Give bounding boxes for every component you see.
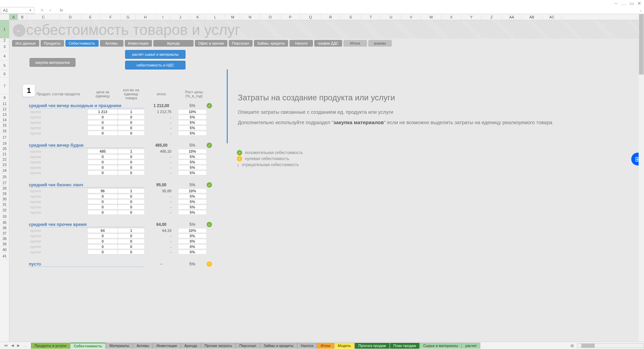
col-header-W[interactable]: W [421,14,441,20]
row-header-16[interactable]: 16 [0,128,9,134]
row-header-25[interactable]: 25 [0,173,9,180]
sheet-tab-Модель[interactable]: Модель [334,343,355,349]
qty-cell[interactable]: 1 [118,228,145,233]
sheet-tab-Аренда[interactable]: Аренда [181,343,201,349]
pct-cell[interactable]: 5% [178,205,207,209]
row-header-40[interactable]: 40 [0,247,9,253]
col-header-AC[interactable]: AC [542,14,562,20]
sheet-tab-Прочие затраты[interactable]: Прочие затраты [201,343,236,349]
price-cell[interactable]: 96 [88,189,118,193]
row-label[interactable]: пусто [29,245,88,249]
col-header-E[interactable]: E [80,14,101,20]
row-header-27[interactable]: 27 [0,180,9,186]
pct-cell[interactable]: 0% [178,234,207,238]
col-header-B[interactable]: B [18,14,27,20]
row-header-7[interactable]: 7 [0,78,9,94]
col-header-O[interactable]: O [260,14,280,20]
expand-formula-icon[interactable]: ⌄ [637,8,644,12]
nav-tab-Аренда[interactable]: Аренда [153,40,194,47]
sheet-tab-Себестоимость[interactable]: Себестоимость [70,343,106,349]
row-header-4[interactable]: 4 [0,51,9,61]
price-cell[interactable]: 0 [88,120,118,125]
pct-cell[interactable]: 10% [178,149,207,154]
qty-cell[interactable]: 1 [118,149,145,154]
pct-cell[interactable]: 0% [178,239,207,244]
col-header-G[interactable]: G [121,14,136,20]
col-header-A[interactable]: A [9,14,18,20]
qty-cell[interactable]: 0 [118,244,145,249]
col-header-U[interactable]: U [381,14,401,20]
col-header-M[interactable]: M [225,14,240,20]
row-label[interactable]: пусто [29,126,88,130]
row-header-41[interactable]: 41 [0,253,9,259]
cancel-formula-button[interactable]: ✕ [40,8,44,13]
price-cell[interactable]: 485 [88,149,118,154]
col-header-Y[interactable]: Y [462,14,482,20]
price-cell[interactable]: 0 [88,250,118,254]
row-header-22[interactable]: 22 [0,157,9,162]
row-header-33[interactable]: 33 [0,213,9,220]
sheet-tab-Инвестиции[interactable]: Инвестиции [153,343,180,349]
row-header-14[interactable]: 14 [0,117,9,122]
row-label[interactable]: пусто [29,194,88,198]
vertical-scrollbar[interactable] [639,13,644,342]
calc-raw-materials-button[interactable]: расчёт сырьё и материалы [125,50,185,59]
pct-cell[interactable]: 10% [178,189,207,193]
row-label[interactable]: пусто [29,131,88,135]
col-header-H[interactable]: H [136,14,156,20]
row-header-29[interactable]: 29 [0,191,9,196]
pct-cell[interactable]: 0% [178,244,207,249]
sheet-nav-prev[interactable]: ◀ [10,343,15,348]
col-header-K[interactable]: K [191,14,205,20]
row-header-6[interactable]: 6 [0,70,9,78]
pct-cell[interactable]: 5% [178,199,207,204]
col-header-P[interactable]: P [280,14,301,20]
row-label[interactable]: пусто [29,171,88,175]
name-box[interactable]: A1 ▼ [1,7,34,14]
add-sheet-button[interactable]: ⊕ [568,343,577,348]
price-cell[interactable]: 0 [88,210,118,215]
row-header-21[interactable]: 21 [0,151,9,157]
resize-icon[interactable]: ↔ [613,1,618,6]
row-label[interactable]: пусто [29,250,88,254]
qty-cell[interactable]: 0 [118,234,145,238]
sheet-tab-Персонал[interactable]: Персонал [236,343,260,349]
pct-cell[interactable]: 5% [178,126,207,130]
col-header-S[interactable]: S [341,14,361,20]
col-header-L[interactable]: L [205,14,225,20]
price-cell[interactable]: 0 [88,244,118,249]
sheet-tab-Активы[interactable]: Активы [133,343,153,349]
row-label[interactable]: пусто [29,155,88,159]
price-cell[interactable]: 0 [88,131,118,136]
nav-tab-Офис и прочие[interactable]: Офис и прочие [195,40,227,47]
purchase-materials-button[interactable]: закупка материалов [30,58,75,67]
nav-tab-Налоги[interactable]: Налоги [289,40,313,47]
sheet-tab-Продукты и услуги[interactable]: Продукты и услуги [31,343,70,349]
accept-formula-button[interactable]: ✓ [49,8,52,13]
pct-cell[interactable]: 5% [178,131,207,136]
col-header-J[interactable]: J [170,14,191,20]
sheet-tab-Займы и кредиты[interactable]: Займы и кредиты [260,343,297,349]
row-header-30[interactable]: 30 [0,196,9,202]
pct-cell[interactable]: 5% [178,194,207,199]
more-icon[interactable]: … [622,1,626,6]
row-header-13[interactable]: 13 [0,112,9,117]
nav-tab-Продукты[interactable]: Продукты [41,40,64,47]
pct-cell[interactable]: 5% [178,120,207,125]
row-label[interactable]: пусто [29,205,88,209]
qty-cell[interactable]: 0 [118,210,145,215]
row-header-37[interactable]: 37 [0,231,9,236]
row-label[interactable]: пусто [29,120,88,124]
qty-cell[interactable]: 1 [118,109,145,114]
price-cell[interactable]: 64 [88,228,118,233]
nav-tab-Итоги[interactable]: Итоги [343,40,367,47]
row-label[interactable]: пусто [29,165,88,169]
row-header-31[interactable]: 31 [0,202,9,207]
qty-cell[interactable]: 0 [118,205,145,209]
col-header-V[interactable]: V [401,14,421,20]
qty-cell[interactable]: 0 [118,126,145,130]
price-cell[interactable]: 0 [88,126,118,130]
qty-cell[interactable]: 0 [118,199,145,204]
sheet-tab-Сырье и материалы[interactable]: Сырье и материалы [420,343,462,349]
row-header-1[interactable]: 1 [0,20,9,39]
